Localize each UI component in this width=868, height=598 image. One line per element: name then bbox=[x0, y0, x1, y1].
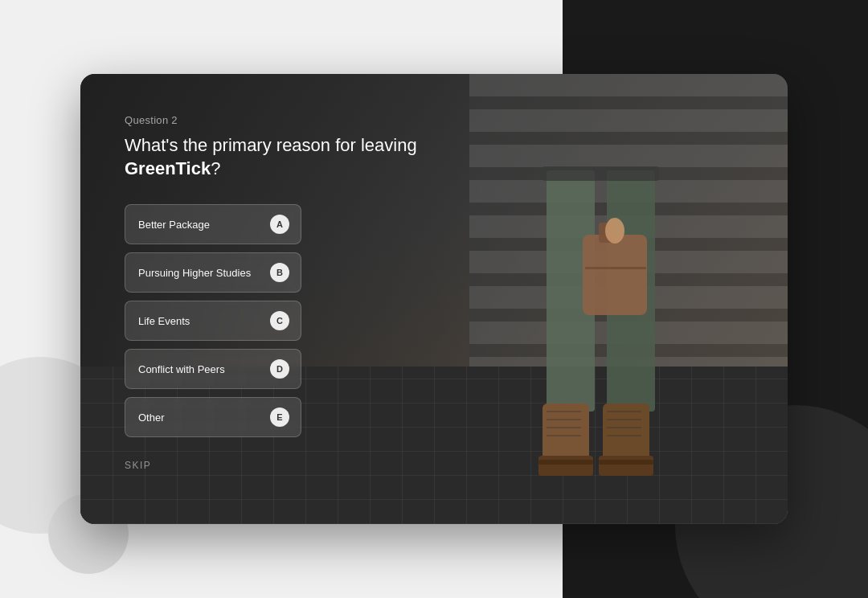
question-number: Question 2 bbox=[125, 114, 743, 126]
question-suffix: ? bbox=[211, 158, 220, 178]
skip-button[interactable]: SKIP bbox=[125, 460, 743, 471]
question-text: What's the primary reason for leaving Gr… bbox=[125, 134, 494, 180]
option-label-b: Pursuing Higher Studies bbox=[138, 267, 270, 279]
option-item-a[interactable]: Better PackageA bbox=[125, 204, 301, 244]
option-key-b: B bbox=[270, 263, 289, 282]
question-brand: GreenTick bbox=[125, 158, 211, 178]
options-list: Better PackageAPursuing Higher StudiesBL… bbox=[125, 204, 301, 437]
option-item-d[interactable]: Conflict with PeersD bbox=[125, 349, 301, 389]
option-label-a: Better Package bbox=[138, 219, 270, 231]
question-prefix: What's the primary reason for leaving bbox=[125, 135, 417, 155]
option-item-e[interactable]: OtherE bbox=[125, 397, 301, 437]
option-key-d: D bbox=[270, 359, 289, 379]
survey-card: Question 2 What's the primary reason for… bbox=[80, 74, 788, 524]
option-label-c: Life Events bbox=[138, 315, 270, 327]
option-key-e: E bbox=[270, 408, 289, 427]
card-content: Question 2 What's the primary reason for… bbox=[80, 74, 788, 524]
option-item-c[interactable]: Life EventsC bbox=[125, 301, 301, 341]
option-item-b[interactable]: Pursuing Higher StudiesB bbox=[125, 252, 301, 293]
option-label-d: Conflict with Peers bbox=[138, 363, 270, 375]
option-key-a: A bbox=[270, 215, 289, 234]
option-key-c: C bbox=[270, 311, 289, 330]
option-label-e: Other bbox=[138, 412, 270, 424]
